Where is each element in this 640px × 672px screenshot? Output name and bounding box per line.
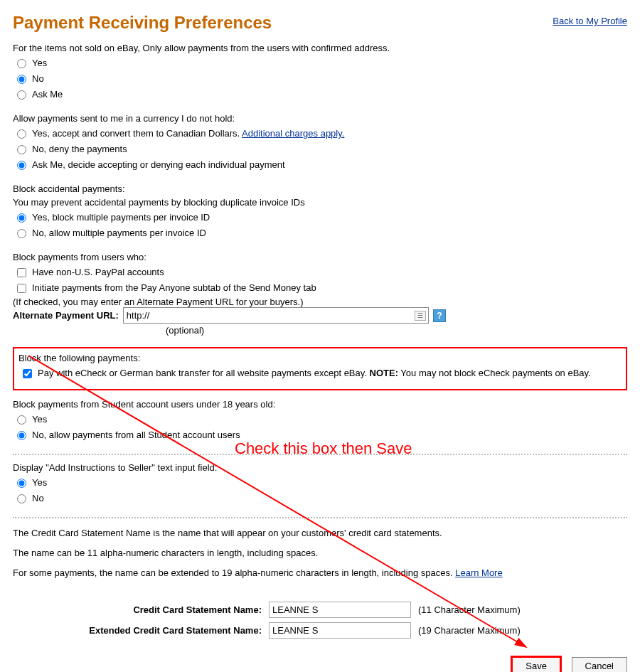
question-block-following: Block the following payments: [18,353,622,363]
radio-currency-yes[interactable] [17,129,26,139]
question-block-users: Block payments from users who: [13,252,627,262]
opt-student-no-label: No, allow payments from all Student acco… [32,428,240,442]
hint-cc-max2: (19 Character Maximum) [418,625,521,636]
hint-cc-max1: (11 Character Maximum) [418,604,521,615]
section-block-accidental: Block accidental payments: You may preve… [13,183,627,240]
input-cc-name[interactable] [269,602,411,618]
radio-currency-ask[interactable] [17,161,26,170]
opt-confirmed-ask[interactable]: Ask Me [17,87,627,102]
checkbox-payanyone[interactable] [17,284,26,293]
sub-block-accidental: You may prevent accidental payments by b… [13,197,627,208]
back-to-profile-link[interactable]: Back to My Profile [553,16,627,26]
opt-currency-ask[interactable]: Ask Me, decide accepting or denying each… [17,158,627,172]
opt-nonus[interactable]: Have non-U.S. PayPal accounts [17,265,627,279]
radio-currency-no[interactable] [17,145,26,154]
divider [13,517,627,518]
opt-confirmed-no-label: No [32,72,44,86]
page-title: Payment Receiving Preferences [13,13,272,33]
checkbox-echeck[interactable] [23,369,32,378]
opt-payanyone-label: Initiate payments from the Pay Anyone su… [32,281,316,295]
opt-accidental-no[interactable]: No, allow multiple payments per invoice … [17,226,627,240]
opt-confirmed-yes[interactable]: Yes [17,56,627,70]
input-alt-url[interactable] [123,307,429,324]
opt-display-yes-label: Yes [32,476,47,490]
link-learn-more[interactable]: Learn More [455,567,502,578]
question-block-student: Block payments from Student account user… [13,399,627,410]
opt-display-yes[interactable]: Yes [17,476,627,490]
opt-confirmed-yes-label: Yes [32,56,47,70]
opt-payanyone[interactable]: Initiate payments from the Pay Anyone su… [17,281,627,295]
label-alt-url: Alternate Payment URL: [13,310,119,321]
save-button[interactable]: Save [512,657,560,672]
section-cc-statement: The Credit Card Statement Name is the na… [13,528,627,639]
section-block-following: Block the following payments: Pay with e… [13,347,627,390]
opt-confirmed-no[interactable]: No [17,72,627,86]
radio-accidental-no[interactable] [17,229,26,238]
cc-desc-2: The name can be 11 alpha-numeric charact… [13,548,627,558]
radio-display-no[interactable] [17,494,26,503]
opt-nonus-label: Have non-U.S. PayPal accounts [32,265,164,279]
opt-accidental-yes-label: Yes, block multiple payments per invoice… [32,210,210,225]
question-currency: Allow payments sent to me in a currency … [13,113,627,124]
opt-currency-ask-label: Ask Me, decide accepting or denying each… [32,158,285,172]
opt-display-no-label: No [32,491,44,506]
link-additional-charges[interactable]: Additional charges apply. [242,128,344,139]
radio-confirmed-yes[interactable] [17,59,26,68]
question-block-accidental: Block accidental payments: [13,183,627,194]
section-block-student: Block payments from Student account user… [13,399,627,442]
section-display-instructions: Display "Add Instructions to Seller" tex… [13,462,627,506]
radio-display-yes[interactable] [17,479,26,488]
question-display-instructions: Display "Add Instructions to Seller" tex… [13,462,627,473]
opt-currency-no[interactable]: No, deny the payments [17,142,627,156]
opt-currency-yes[interactable]: Yes, accept and convert them to Canadian… [17,127,627,141]
opt-echeck-label: Pay with eCheck or German bank transfer … [38,366,591,380]
contact-card-icon: ☰ [415,311,426,321]
cancel-button[interactable]: Cancel [572,657,627,672]
opt-confirmed-ask-label: Ask Me [32,87,63,102]
section-confirmed-address: For the items not sold on eBay, Only all… [13,43,627,102]
radio-student-yes[interactable] [17,415,26,425]
opt-accidental-yes[interactable]: Yes, block multiple payments per invoice… [17,210,627,225]
opt-display-no[interactable]: No [17,491,627,506]
cc-desc-1: The Credit Card Statement Name is the na… [13,528,627,538]
opt-student-yes[interactable]: Yes [17,412,627,427]
section-block-users: Block payments from users who: Have non-… [13,252,627,336]
radio-confirmed-ask[interactable] [17,90,26,100]
radio-student-no[interactable] [17,431,26,440]
annotation-text: Check this box then Save [235,439,412,458]
checkbox-nonus[interactable] [17,268,26,277]
opt-echeck[interactable]: Pay with eCheck or German bank transfer … [23,366,622,380]
opt-accidental-no-label: No, allow multiple payments per invoice … [32,226,206,240]
radio-accidental-yes[interactable] [17,213,26,223]
label-optional: (optional) [166,325,627,336]
radio-confirmed-no[interactable] [17,75,26,84]
input-cc-ext-name[interactable] [269,622,411,639]
opt-student-yes-label: Yes [32,412,47,427]
section-currency: Allow payments sent to me in a currency … [13,113,627,172]
opt-currency-yes-label: Yes, accept and convert them to Canadian… [32,127,344,141]
help-icon[interactable]: ? [433,309,446,322]
opt-currency-no-label: No, deny the payments [32,142,127,156]
cc-desc-3: For some payments, the name can be exten… [13,567,627,578]
label-cc-name: Credit Card Statement Name: [13,604,269,615]
label-cc-ext-name: Extended Credit Card Statement Name: [13,625,269,636]
question-confirmed-address: For the items not sold on eBay, Only all… [13,43,627,53]
hint-alt-url: (If checked, you may enter an Alternate … [13,297,627,307]
